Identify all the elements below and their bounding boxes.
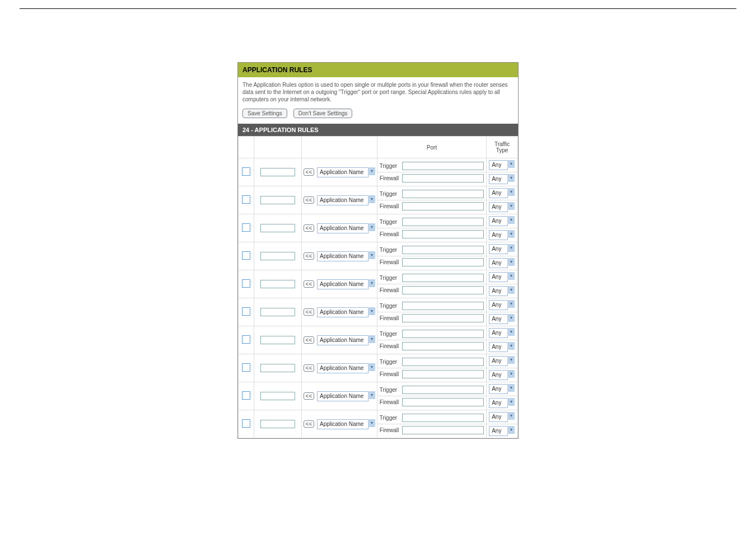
trigger-port-input[interactable] [402,162,484,170]
trigger-traffic-select[interactable]: Any [489,216,508,226]
chevron-down-icon[interactable]: ▾ [507,174,515,182]
trigger-traffic-select[interactable]: Any [489,356,508,366]
rule-name-input[interactable] [260,308,295,316]
firewall-traffic-select[interactable]: Any [489,174,508,184]
firewall-traffic-select[interactable]: Any [489,370,508,380]
chevron-down-icon[interactable]: ▾ [507,160,515,168]
chevron-down-icon[interactable]: ▾ [507,398,515,406]
enable-checkbox[interactable] [242,391,250,400]
chevron-down-icon[interactable]: ▾ [368,307,375,315]
copy-app-button[interactable]: << [304,392,315,400]
chevron-down-icon[interactable]: ▾ [368,223,375,231]
chevron-down-icon[interactable]: ▾ [368,391,375,399]
firewall-traffic-select[interactable]: Any [489,426,508,436]
trigger-port-input[interactable] [402,274,484,282]
firewall-port-input[interactable] [402,314,484,322]
firewall-port-input[interactable] [402,370,484,378]
trigger-port-input[interactable] [402,358,484,366]
trigger-traffic-select[interactable]: Any [489,412,508,422]
application-select[interactable]: Application Name [317,419,368,429]
trigger-traffic-select[interactable]: Any [489,300,508,310]
enable-checkbox[interactable] [242,363,250,372]
save-settings-button[interactable]: Save Settings [242,109,287,118]
chevron-down-icon[interactable]: ▾ [507,258,515,266]
copy-app-button[interactable]: << [304,168,315,176]
chevron-down-icon[interactable]: ▾ [507,384,515,392]
application-select[interactable]: Application Name [317,167,368,177]
chevron-down-icon[interactable]: ▾ [507,356,515,364]
rule-name-input[interactable] [260,280,295,288]
dont-save-settings-button[interactable]: Don't Save Settings [293,109,353,118]
copy-app-button[interactable]: << [304,308,315,316]
trigger-port-input[interactable] [402,330,484,338]
enable-checkbox[interactable] [242,195,250,204]
chevron-down-icon[interactable]: ▾ [507,314,515,322]
application-select[interactable]: Application Name [317,195,368,205]
enable-checkbox[interactable] [242,223,250,232]
firewall-port-input[interactable] [402,202,484,210]
enable-checkbox[interactable] [242,335,250,344]
chevron-down-icon[interactable]: ▾ [368,419,375,427]
chevron-down-icon[interactable]: ▾ [368,335,375,343]
firewall-port-input[interactable] [402,286,484,294]
chevron-down-icon[interactable]: ▾ [507,370,515,378]
firewall-traffic-select[interactable]: Any [489,258,508,268]
rule-name-input[interactable] [260,364,295,372]
trigger-port-input[interactable] [402,414,484,422]
chevron-down-icon[interactable]: ▾ [507,412,515,420]
application-select[interactable]: Application Name [317,335,368,345]
application-select[interactable]: Application Name [317,223,368,233]
firewall-traffic-select[interactable]: Any [489,202,508,212]
firewall-port-input[interactable] [402,426,484,434]
enable-checkbox[interactable] [242,419,250,428]
application-select[interactable]: Application Name [317,391,368,401]
enable-checkbox[interactable] [242,279,250,288]
trigger-traffic-select[interactable]: Any [489,328,508,338]
firewall-traffic-select[interactable]: Any [489,230,508,240]
enable-checkbox[interactable] [242,167,250,176]
trigger-traffic-select[interactable]: Any [489,188,508,198]
chevron-down-icon[interactable]: ▾ [368,167,375,175]
chevron-down-icon[interactable]: ▾ [368,195,375,203]
chevron-down-icon[interactable]: ▾ [507,216,515,224]
trigger-port-input[interactable] [402,302,484,310]
firewall-port-input[interactable] [402,342,484,350]
trigger-port-input[interactable] [402,246,484,254]
firewall-traffic-select[interactable]: Any [489,342,508,352]
chevron-down-icon[interactable]: ▾ [507,188,515,196]
firewall-port-input[interactable] [402,230,484,238]
trigger-traffic-select[interactable]: Any [489,244,508,254]
rule-name-input[interactable] [260,420,295,428]
copy-app-button[interactable]: << [304,280,315,288]
trigger-port-input[interactable] [402,190,484,198]
rule-name-input[interactable] [260,168,295,176]
copy-app-button[interactable]: << [304,420,315,428]
application-select[interactable]: Application Name [317,251,368,261]
chevron-down-icon[interactable]: ▾ [507,328,515,336]
chevron-down-icon[interactable]: ▾ [507,272,515,280]
firewall-traffic-select[interactable]: Any [489,314,508,324]
chevron-down-icon[interactable]: ▾ [507,244,515,252]
firewall-port-input[interactable] [402,398,484,406]
rule-name-input[interactable] [260,336,295,344]
copy-app-button[interactable]: << [304,336,315,344]
trigger-port-input[interactable] [402,386,484,394]
chevron-down-icon[interactable]: ▾ [368,279,375,287]
chevron-down-icon[interactable]: ▾ [368,363,375,371]
chevron-down-icon[interactable]: ▾ [368,251,375,259]
rule-name-input[interactable] [260,224,295,232]
application-select[interactable]: Application Name [317,307,368,317]
chevron-down-icon[interactable]: ▾ [507,202,515,210]
trigger-traffic-select[interactable]: Any [489,272,508,282]
chevron-down-icon[interactable]: ▾ [507,342,515,350]
trigger-traffic-select[interactable]: Any [489,160,508,170]
firewall-traffic-select[interactable]: Any [489,398,508,408]
firewall-traffic-select[interactable]: Any [489,286,508,296]
firewall-port-input[interactable] [402,258,484,266]
firewall-port-input[interactable] [402,174,484,182]
enable-checkbox[interactable] [242,251,250,260]
copy-app-button[interactable]: << [304,224,315,232]
trigger-traffic-select[interactable]: Any [489,384,508,394]
application-select[interactable]: Application Name [317,279,368,289]
chevron-down-icon[interactable]: ▾ [507,300,515,308]
